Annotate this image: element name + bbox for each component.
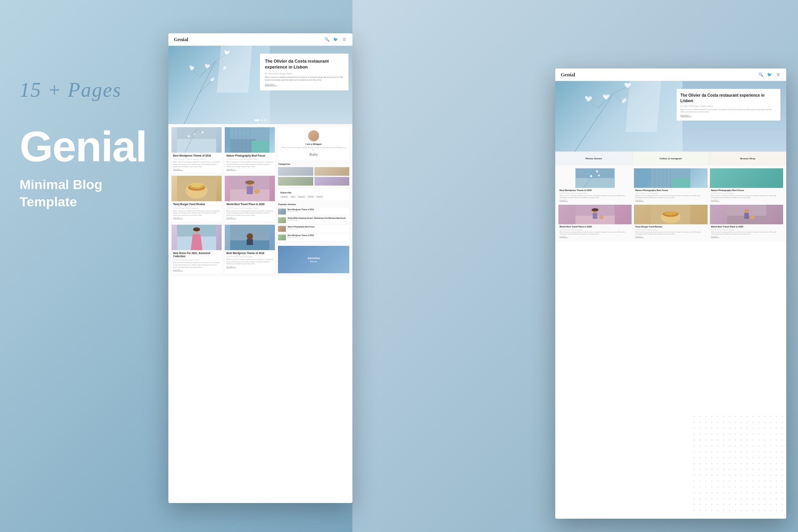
card-6-meta: 14-06-21 Design, Travel, photography <box>226 256 273 258</box>
svg-point-62 <box>585 96 588 99</box>
right-hero-section: The Olivier da Costa restaurant experien… <box>555 81 786 151</box>
subscribe-facebook[interactable]: Facebook <box>280 196 288 198</box>
svg-point-65 <box>603 94 606 97</box>
right-card-4-body: World Best Travel Place in 2020 14-06-21… <box>558 224 632 239</box>
food-svg <box>172 176 222 201</box>
right-card-3-link[interactable]: Read More → <box>711 200 782 201</box>
brand-name: Genial <box>20 125 168 168</box>
nav-dot-3[interactable] <box>264 119 266 121</box>
subscribe-pinterest[interactable]: Pinterest <box>316 196 323 198</box>
card-3-meta: 14-06-21 Design, Food photography <box>173 207 220 209</box>
card-6-title: Best Wordpress Theme of 2018 <box>226 252 273 255</box>
right-card-2-body: Nature Photography Best Focus 14-06-21 D… <box>634 188 707 202</box>
right-food-svg <box>634 205 707 224</box>
blog-card-1: Best Wordpress Theme of 2018 14-06-21 De… <box>172 127 222 173</box>
subscribe-youtube[interactable]: YouTube <box>307 196 315 198</box>
right-card-3: Nature Photography Best Focus 14-06-21 D… <box>710 168 783 202</box>
nav-dot-2[interactable] <box>260 119 263 121</box>
right-browser-logo: Genial <box>561 72 575 78</box>
svg-rect-44 <box>247 186 253 194</box>
svg-point-9 <box>208 64 210 67</box>
right-menu-icon[interactable]: ☰ <box>775 72 781 78</box>
category-1[interactable] <box>278 167 313 176</box>
card-5-title: New Dress For 2021, Exclusive Collection <box>173 252 220 258</box>
hero-read-more[interactable]: Read More → <box>265 83 344 86</box>
card-2-body: Nature Photography Best Focus 14-06-21 D… <box>225 153 275 173</box>
card-4-img <box>225 176 275 201</box>
hero-meta: By: Oliver Smith Design, Nature <box>265 72 344 75</box>
popular-item-3[interactable]: Nature Photography Best Focus August 22,… <box>278 225 349 233</box>
category-2[interactable] <box>314 167 349 176</box>
popular-info-3: Nature Photography Best Focus August 22,… <box>287 226 349 230</box>
popular-title: Popular Articles <box>278 203 349 206</box>
right-card-2-img <box>634 168 707 188</box>
subscribe-instagram[interactable]: Instagram <box>297 196 306 198</box>
svg-point-76 <box>596 170 598 173</box>
right-blog-grid: Best Wordpress Theme of 2018 14-06-21 De… <box>555 165 786 242</box>
right-hero-read-more[interactable]: Read More → <box>681 115 777 117</box>
right-card-3-img <box>710 168 783 188</box>
search-icon[interactable]: 🔍 <box>324 37 330 42</box>
tagline-line2: Template <box>20 194 77 209</box>
svg-point-77 <box>598 175 600 177</box>
svg-point-10 <box>205 64 207 66</box>
hero-text-box: The Olivier da Costa restaurant experien… <box>260 54 348 90</box>
card-6-link[interactable]: Read More → <box>226 266 273 268</box>
left-hero-section: The Olivier da Costa restaurant experien… <box>168 46 352 124</box>
right-travel2-svg <box>710 205 783 224</box>
banner-btn-instagram[interactable]: Follow @ Instagram <box>632 151 710 165</box>
pages-count: 15 + Pages <box>20 78 168 101</box>
right-card-5-link[interactable]: Read More → <box>635 236 706 238</box>
right-twitter-icon[interactable]: 🐦 <box>767 72 772 78</box>
right-card-1-title: Best Wordpress Theme of 2018 <box>560 189 630 192</box>
svg-point-75 <box>590 175 592 177</box>
advertise-title: Advertise <box>307 257 320 260</box>
svg-point-99 <box>750 215 755 219</box>
left-browser-logo: Genial <box>174 36 188 43</box>
right-card-4-link[interactable]: Read More → <box>560 236 630 238</box>
right-card-6-img <box>710 205 783 224</box>
hero-title: The Olivier da Costa restaurant experien… <box>265 58 344 70</box>
right-card-1-link[interactable]: Read More → <box>560 200 630 201</box>
card-1-text: When it comes to creating a website for … <box>173 161 220 168</box>
card-1-link[interactable]: Read More → <box>173 168 220 170</box>
card-5-link[interactable]: Read More → <box>173 269 220 271</box>
card-3-link[interactable]: Read More → <box>173 217 220 219</box>
banner-btn-shop[interactable]: Browse Shop <box>709 151 786 165</box>
right-card-6-link[interactable]: Read More → <box>711 236 782 238</box>
svg-point-7 <box>190 65 192 68</box>
svg-line-3 <box>192 69 200 77</box>
winter-svg <box>172 127 222 153</box>
right-card-5-title: Tasty Burger Food Review <box>635 225 706 228</box>
card-4-meta: 14-06-21 Design, Travel, photography, Na… <box>226 207 273 209</box>
popular-thumb-3 <box>278 226 286 232</box>
left-panel: 15 + Pages Genial Minimal Blog Template <box>20 78 168 210</box>
right-search-icon[interactable]: 🔍 <box>758 72 764 78</box>
svg-point-61 <box>589 96 592 99</box>
popular-item-2[interactable]: Swing While Studying Abroad - Macklemore… <box>278 216 349 225</box>
card-1-meta: 14-06-21 Design, Travel, photography, Na… <box>173 158 220 160</box>
menu-icon[interactable]: ☰ <box>341 37 347 42</box>
category-3[interactable] <box>278 177 313 186</box>
popular-item-4[interactable]: Best Wordpress Theme of 2018 August 22, … <box>278 233 349 242</box>
nav-dot-1[interactable] <box>255 119 259 121</box>
right-card-2-link[interactable]: Read More → <box>635 200 706 201</box>
right-card-4-title: World Best Travel Place in 2020 <box>560 225 630 228</box>
advertise-banner: Advertise Banner <box>278 246 349 273</box>
twitter-icon[interactable]: 🐦 <box>333 37 338 42</box>
category-4[interactable] <box>314 177 349 186</box>
card-2-link[interactable]: Read More → <box>226 168 273 170</box>
subscribe-twitter[interactable]: Twitter <box>290 196 296 198</box>
browser-left: Genial 🔍 🐦 ☰ <box>168 33 352 503</box>
popular-thumb-4 <box>278 234 286 240</box>
banner-btn-photos[interactable]: Photos Stories <box>555 151 632 165</box>
card-4-link[interactable]: Read More → <box>226 217 273 219</box>
svg-point-89 <box>592 208 599 211</box>
popular-thumb-1 <box>278 209 286 215</box>
right-card-5-img <box>634 205 707 224</box>
svg-point-64 <box>607 94 610 97</box>
popular-item-1[interactable]: Best Wordpress Theme of 2018 October 22,… <box>278 207 349 216</box>
svg-point-46 <box>254 189 260 194</box>
svg-rect-101 <box>692 415 790 512</box>
left-browser-nav: Genial 🔍 🐦 ☰ <box>168 33 352 46</box>
